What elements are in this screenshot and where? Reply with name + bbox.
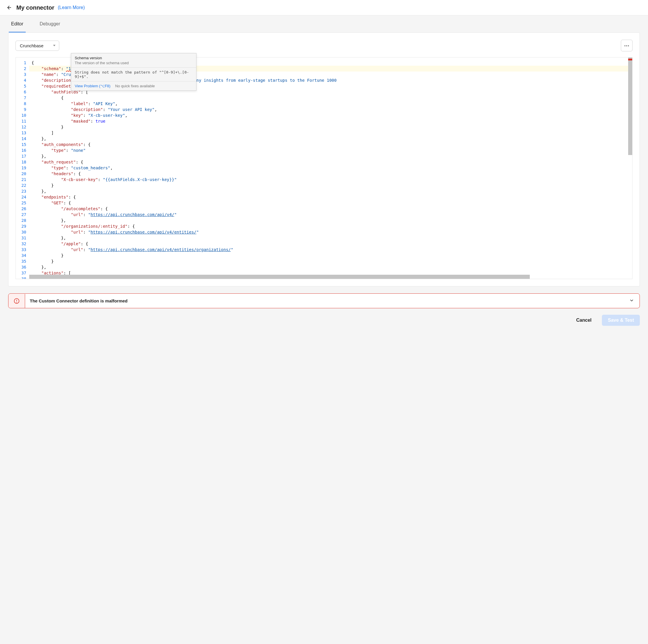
editor-panel: Crunchbase ⋯ Schema version The version … <box>8 33 640 286</box>
error-minimap-marker[interactable] <box>628 59 632 60</box>
error-banner: The Custom Connector definition is malfo… <box>8 293 640 308</box>
footer-actions: Cancel Save & Test <box>0 308 648 332</box>
hover-error-message: String does not match the pattern of "^[… <box>71 68 196 82</box>
panel-toolbar: Crunchbase ⋯ <box>15 40 633 51</box>
error-message: The Custom Connector definition is malfo… <box>25 294 624 307</box>
page-header: My connector (Learn More) <box>0 0 648 15</box>
back-arrow-icon[interactable] <box>6 4 13 11</box>
tab-editor[interactable]: Editor <box>9 15 26 33</box>
save-test-button[interactable]: Save & Test <box>602 315 640 326</box>
horizontal-scrollbar[interactable] <box>29 275 530 279</box>
vertical-scrollbar[interactable] <box>628 57 632 155</box>
learn-more-link[interactable]: (Learn More) <box>58 5 85 10</box>
connector-dropdown[interactable]: Crunchbase <box>15 41 59 51</box>
hover-description: The version of the schema used <box>75 61 193 65</box>
validation-hover-popup: Schema version The version of the schema… <box>71 53 197 91</box>
error-expand-toggle[interactable] <box>624 294 640 308</box>
hover-title: Schema version <box>75 56 193 60</box>
line-gutter: 1234567891011121314151617181920212223242… <box>16 57 29 279</box>
view-problem-link[interactable]: View Problem (⌥F8) <box>75 84 110 88</box>
more-menu-button[interactable]: ⋯ <box>621 40 633 51</box>
no-quick-fixes-label: No quick fixes available <box>115 84 155 88</box>
cancel-button[interactable]: Cancel <box>571 315 597 326</box>
error-icon <box>8 294 25 308</box>
tabs-bar: Editor Debugger <box>0 15 648 33</box>
page-title: My connector <box>16 4 54 11</box>
tab-debugger[interactable]: Debugger <box>37 15 62 33</box>
